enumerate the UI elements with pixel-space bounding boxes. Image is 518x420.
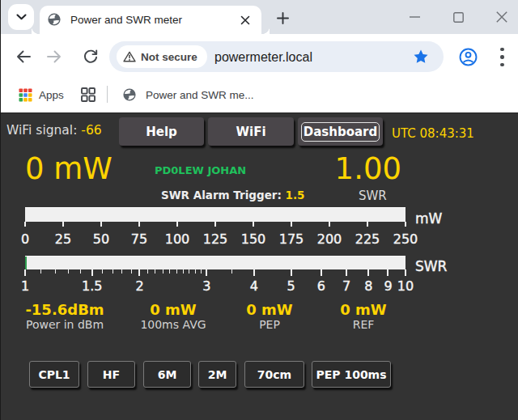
- callsign: PD0LEW JOHAN: [155, 164, 246, 176]
- stat-label: Power in dBm: [8, 319, 121, 331]
- band-button-70cm[interactable]: 70cm: [244, 361, 304, 388]
- browser-menu-icon[interactable]: [496, 46, 508, 68]
- new-tab-button[interactable]: [276, 11, 290, 25]
- tick-minor: [147, 269, 148, 274]
- tick-major: [253, 269, 255, 276]
- tick-major: [24, 269, 26, 276]
- bookmarks-separator: [107, 86, 108, 103]
- band-button-cpl1[interactable]: CPL1: [29, 361, 79, 388]
- url-text[interactable]: powermeter.local: [214, 41, 312, 72]
- tick-label: 175: [279, 231, 304, 247]
- tick-label: 5: [287, 278, 295, 294]
- tick-minor: [189, 269, 189, 274]
- band-button-6m[interactable]: 6M: [143, 361, 191, 388]
- tick-minor: [55, 269, 56, 274]
- tick-label: 125: [203, 231, 228, 247]
- tick-major: [100, 222, 102, 227]
- power-meter-ticks: [25, 222, 405, 229]
- tick-minor: [68, 269, 69, 274]
- chevron-down-icon: [16, 14, 27, 20]
- tab-search-button[interactable]: [8, 4, 34, 30]
- close-window-button[interactable]: [480, 0, 518, 34]
- tick-label: 4: [250, 278, 258, 294]
- warning-triangle-icon: [123, 51, 136, 62]
- page-content: WiFi signal: -66 HelpWiFiDashboard UTC 0…: [1, 114, 518, 420]
- maximize-button[interactable]: [436, 0, 480, 34]
- not-secure-label: Not secure: [141, 51, 197, 63]
- tick-major: [91, 269, 93, 276]
- tick-major: [405, 269, 406, 276]
- tick-label: 2: [135, 278, 143, 294]
- back-icon[interactable]: [15, 49, 32, 65]
- wifi-button[interactable]: WiFi: [208, 117, 294, 146]
- browser-toolbar: Not secure powermeter.local: [1, 34, 518, 76]
- utc-clock: UTC 08:43:31: [392, 126, 474, 141]
- tick-minor: [169, 269, 170, 274]
- bookmarks-grid-shortcut[interactable]: [81, 76, 96, 113]
- profile-avatar-icon[interactable]: [459, 48, 478, 66]
- bookmark-item[interactable]: Power and SWR me...: [123, 76, 254, 113]
- tick-major: [367, 222, 368, 227]
- address-bar[interactable]: Not secure powermeter.local: [109, 41, 444, 72]
- browser-window: Power and SWR meter: [0, 0, 518, 420]
- tick-minor: [163, 269, 163, 274]
- tick-major: [62, 222, 64, 227]
- bookmarks-apps-shortcut[interactable]: Apps: [19, 76, 64, 113]
- tick-major: [138, 222, 140, 227]
- tick-minor: [113, 269, 113, 274]
- tick-label: 3: [202, 278, 210, 294]
- swr-meter-labels: 11.52345678910: [25, 278, 405, 291]
- tick-major: [387, 269, 388, 276]
- stat-label: REF: [307, 319, 420, 331]
- tick-label: 200: [317, 231, 342, 247]
- band-button-2m[interactable]: 2M: [198, 361, 236, 388]
- browser-tab[interactable]: Power and SWR meter: [40, 6, 261, 34]
- not-secure-chip[interactable]: Not secure: [117, 45, 207, 68]
- apps-grid-icon: [19, 88, 32, 102]
- swr-meter-ticks: [25, 269, 405, 277]
- tick-minor: [80, 269, 81, 274]
- tick-major: [321, 269, 322, 276]
- window-controls: [393, 0, 518, 34]
- bookmarks-bar: Apps Power and SWR me...: [1, 76, 518, 113]
- tick-major: [346, 269, 347, 276]
- tick-major: [291, 269, 292, 276]
- tick-minor: [183, 269, 184, 274]
- band-button-hf[interactable]: HF: [87, 361, 135, 388]
- swr-caption: SWR: [359, 189, 387, 203]
- help-button[interactable]: Help: [119, 117, 204, 146]
- reload-icon[interactable]: [83, 49, 99, 65]
- tick-label: 8: [364, 278, 372, 294]
- tick-label: 50: [93, 231, 109, 247]
- apps-label: Apps: [39, 89, 64, 101]
- tick-major: [206, 269, 207, 276]
- minimize-button[interactable]: [393, 0, 436, 34]
- swr-meter-bar: [25, 256, 405, 269]
- tick-label: 250: [393, 231, 418, 247]
- wifi-signal: WiFi signal: -66: [6, 123, 102, 138]
- close-icon: [496, 11, 507, 23]
- tick-label: 10: [397, 278, 414, 294]
- tick-label: 150: [241, 231, 266, 247]
- tick-label: 100: [165, 231, 190, 247]
- forward-icon[interactable]: [46, 49, 62, 65]
- tick-minor: [201, 269, 202, 274]
- tick-label: 25: [55, 231, 71, 247]
- dashboard-button[interactable]: Dashboard: [298, 117, 383, 146]
- band-button-pep-100ms[interactable]: PEP 100ms: [312, 361, 391, 388]
- stat-power-in-dbm: -15.6dBmPower in dBm: [8, 302, 121, 331]
- tick-major: [367, 269, 369, 276]
- tick-minor: [195, 269, 196, 274]
- maximize-icon: [453, 12, 464, 23]
- globe-favicon-icon: [48, 13, 61, 26]
- tick-label: 75: [131, 231, 147, 247]
- tick-label: 9: [384, 278, 392, 294]
- plus-icon: [277, 12, 289, 24]
- globe-favicon-icon: [123, 88, 136, 101]
- tab-close-button[interactable]: [240, 15, 250, 25]
- minimize-icon: [410, 16, 420, 18]
- tick-label: 6: [317, 278, 325, 294]
- power-meter-bar: [25, 207, 405, 222]
- bookmark-star-icon[interactable]: [413, 49, 429, 65]
- bookmark-title: Power and SWR me...: [146, 89, 254, 101]
